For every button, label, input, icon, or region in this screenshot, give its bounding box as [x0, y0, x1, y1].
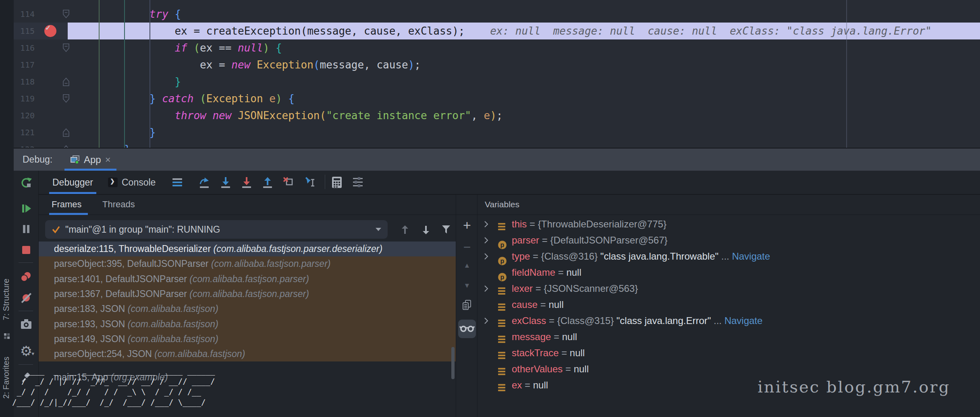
- code-line-117[interactable]: 117 ex = new Exception(message, cause);: [14, 56, 980, 73]
- resume-icon[interactable]: [20, 202, 33, 215]
- field-icon: [498, 381, 505, 397]
- fold-marker-icon[interactable]: [62, 94, 70, 103]
- fold-marker-icon[interactable]: [62, 128, 70, 137]
- thread-running-check-icon: [52, 225, 60, 233]
- filter-funnel-icon[interactable]: [441, 225, 453, 235]
- code-line-115[interactable]: 115 ex = createException(message, cause,…: [14, 23, 980, 39]
- stack-frame-row[interactable]: parse:1367, DefaultJSONParser (com.aliba…: [54, 287, 309, 301]
- variable-row-message[interactable]: message = null: [478, 329, 980, 345]
- force-step-into-icon[interactable]: [240, 176, 253, 189]
- tab-threads[interactable]: Threads: [102, 195, 135, 214]
- frame-package: (com.alibaba.fastjson.parser): [189, 274, 309, 284]
- ide-window: 113114 try {115 ex = createException(mes…: [0, 0, 980, 417]
- fold-marker-icon[interactable]: [62, 145, 70, 148]
- stop-icon[interactable]: [20, 244, 33, 256]
- stack-frame-row[interactable]: parse:183, JSON (com.alibaba.fastjson): [54, 301, 218, 316]
- expand-chevron-icon[interactable]: [484, 252, 489, 260]
- fold-marker-icon[interactable]: [62, 10, 70, 19]
- variable-row-stackTrace[interactable]: stackTrace = null: [478, 345, 980, 361]
- stack-frame-row[interactable]: parseObject:395, DefaultJSONParser (com.…: [54, 256, 330, 271]
- stack-frame-row[interactable]: parse:1401, DefaultJSONParser (com.aliba…: [54, 272, 309, 287]
- tab-console[interactable]: ❯ Console: [108, 171, 156, 194]
- mute-breakpoints-icon[interactable]: [20, 291, 33, 304]
- expand-chevron-icon[interactable]: [484, 285, 489, 293]
- variable-row-type[interactable]: ptype = {Class@316} "class java.lang.Thr…: [478, 248, 980, 264]
- line-number[interactable]: 115: [14, 23, 35, 39]
- stack-frame-row[interactable]: parse:193, JSON (com.alibaba.fastjson): [54, 317, 218, 332]
- code-line-116[interactable]: 116 if (ex == null) {: [14, 39, 980, 56]
- expand-chevron-icon[interactable]: [484, 220, 489, 228]
- step-over-icon[interactable]: [198, 176, 211, 189]
- camera-thread-dump-icon[interactable]: [20, 318, 33, 331]
- line-number[interactable]: 118: [14, 73, 35, 90]
- tab-debugger[interactable]: Debugger: [52, 171, 93, 194]
- variable-row-fieldName[interactable]: pfieldName = null: [478, 264, 980, 281]
- code-line-113[interactable]: 113: [14, 0, 980, 6]
- pause-icon[interactable]: [20, 223, 33, 235]
- move-up-icon[interactable]: ▲: [456, 262, 478, 270]
- code-line-120[interactable]: 120 throw new JSONException("create inst…: [14, 107, 980, 124]
- variable-row-exClass[interactable]: exClass = {Class@315} "class java.lang.E…: [478, 313, 980, 329]
- copy-stack-icon[interactable]: [456, 299, 478, 312]
- move-down-icon[interactable]: ▼: [456, 282, 478, 290]
- tab-frames[interactable]: Frames: [52, 195, 82, 214]
- add-watch-icon[interactable]: +: [456, 217, 478, 233]
- navigate-link[interactable]: Navigate: [732, 251, 770, 262]
- code-text: }: [74, 141, 131, 148]
- stack-frame-row[interactable]: deserialze:115, ThrowableDeserializer (c…: [54, 242, 382, 256]
- run-to-cursor-icon[interactable]: [303, 176, 316, 189]
- variable-row-cause[interactable]: cause = null: [478, 297, 980, 313]
- remove-watch-icon[interactable]: −: [456, 240, 478, 255]
- settings-sliders-icon[interactable]: [351, 176, 364, 189]
- fold-marker-icon[interactable]: [62, 43, 70, 52]
- variable-row-otherValues[interactable]: otherValues = null: [478, 361, 980, 377]
- fold-marker-icon[interactable]: [62, 77, 70, 86]
- line-number[interactable]: 121: [14, 124, 35, 141]
- rerun-icon[interactable]: [20, 176, 33, 189]
- step-out-icon[interactable]: [261, 176, 274, 189]
- code-line-114[interactable]: 114 try {: [14, 6, 980, 23]
- line-number[interactable]: 116: [14, 39, 35, 56]
- close-tab-icon[interactable]: ×: [105, 154, 111, 165]
- up-stack-icon[interactable]: [399, 225, 411, 235]
- line-number[interactable]: 120: [14, 107, 35, 124]
- evaluate-expression-icon[interactable]: [330, 176, 343, 189]
- breakpoint-icon[interactable]: [44, 25, 56, 37]
- frame-location: deserialze:115, ThrowableDeserializer: [54, 244, 213, 254]
- code-line-122[interactable]: 122 }: [14, 141, 980, 148]
- variable-text: message = null: [512, 329, 577, 345]
- code-line-121[interactable]: 121 }: [14, 124, 980, 141]
- variable-row-parser[interactable]: pparser = {DefaultJSONParser@567}: [478, 232, 980, 248]
- line-number[interactable]: 114: [14, 6, 35, 23]
- watches-toolbar-strip: + − ▲ ▼: [456, 195, 478, 417]
- line-number[interactable]: 119: [14, 90, 35, 107]
- variable-row-this[interactable]: this = {ThrowableDeserializer@775}: [478, 216, 980, 232]
- expand-chevron-icon[interactable]: [484, 317, 489, 325]
- toolwindow-button-favorites[interactable]: 2: Favorites: [2, 357, 11, 398]
- frames-scrollbar[interactable]: [451, 347, 455, 379]
- layout-options-icon[interactable]: [171, 176, 184, 189]
- show-watches-toggle[interactable]: [458, 320, 476, 338]
- line-number[interactable]: 117: [14, 56, 35, 73]
- code-editor[interactable]: 113114 try {115 ex = createException(mes…: [14, 0, 980, 148]
- variable-text: cause = null: [512, 297, 564, 313]
- watermark-ascii-art: ____ _ __ ____ ______ ____ ____ ______ /…: [12, 365, 215, 407]
- watermark-text: initsec blog.gm7.org: [758, 378, 951, 396]
- drop-frame-icon[interactable]: [282, 176, 295, 189]
- expand-chevron-icon[interactable]: [484, 236, 489, 244]
- gear-settings-icon[interactable]: ⚙▾: [20, 345, 33, 357]
- stack-frame-row[interactable]: parse:149, JSON (com.alibaba.fastjson): [54, 332, 218, 347]
- line-number[interactable]: 113: [14, 0, 35, 6]
- step-into-icon[interactable]: [219, 176, 232, 189]
- down-stack-icon[interactable]: [420, 225, 432, 235]
- toolwindow-button-structure[interactable]: 7: Structure: [2, 279, 11, 320]
- line-number[interactable]: 122: [14, 141, 35, 148]
- navigate-link[interactable]: Navigate: [725, 315, 763, 326]
- thread-selector-combo[interactable]: "main"@1 in group "main": RUNNING: [45, 220, 388, 239]
- debug-session-tab-app[interactable]: App ×: [64, 149, 116, 171]
- variable-row-lexer[interactable]: lexer = {JSONScanner@563}: [478, 281, 980, 297]
- view-breakpoints-icon[interactable]: [20, 270, 33, 283]
- code-line-118[interactable]: 118 }: [14, 73, 980, 90]
- code-line-119[interactable]: 119 } catch (Exception e) {: [14, 90, 980, 107]
- stack-frame-row[interactable]: parseObject:254, JSON (com.alibaba.fastj…: [54, 347, 245, 361]
